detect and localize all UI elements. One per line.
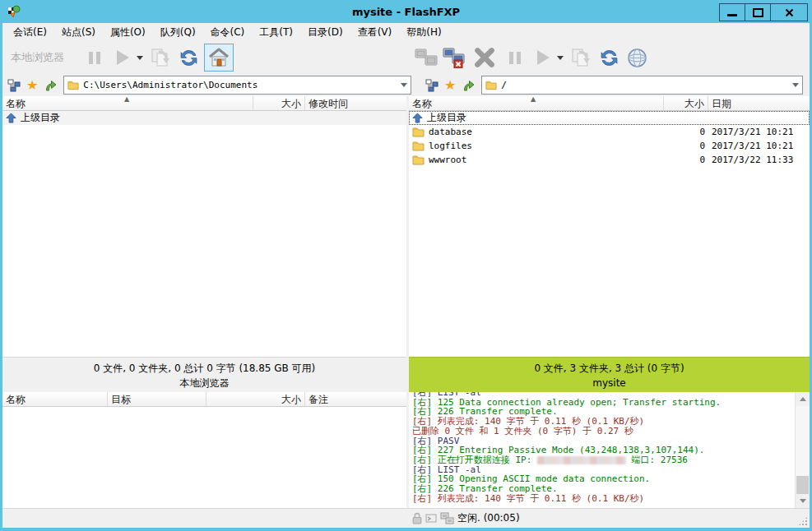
refresh-local-button[interactable] [176, 44, 201, 71]
scroll-down-button[interactable] [796, 494, 810, 508]
minimize-button[interactable] [719, 3, 745, 21]
close-icon [785, 8, 794, 17]
menu-item[interactable]: 会话(E) [6, 23, 54, 41]
queue-body[interactable] [2, 407, 406, 508]
log-scrollbar[interactable] [795, 392, 810, 508]
menu-item[interactable]: 命令(C) [203, 23, 253, 41]
remote-pause-button[interactable] [503, 44, 527, 71]
queue-column-size[interactable]: 大小 [206, 392, 305, 406]
close-button[interactable] [770, 3, 808, 21]
queue-transfer-button[interactable] [148, 44, 173, 71]
file-date: 2017/3/22 11:33 [708, 155, 810, 165]
queue-column-target[interactable]: 目标 [108, 392, 206, 406]
up-directory-icon [412, 113, 423, 123]
log-line: [右] 226 Transfer complete. [412, 484, 795, 494]
folder-icon [412, 155, 425, 165]
up-directory-icon[interactable] [462, 79, 476, 92]
file-name: 上级目录 [427, 111, 466, 125]
column-header-modified[interactable]: 修改时间 [305, 96, 406, 110]
menu-item[interactable]: 站点(S) [54, 23, 103, 41]
local-summary-title: 本地浏览器 [2, 376, 406, 390]
globe-icon [627, 48, 647, 68]
file-row[interactable]: database02017/3/21 10:21 [409, 125, 810, 139]
local-summary-bar: 0 文件, 0 文件夹, 0 总计 0 字节 (18.85 GB 可用) 本地浏… [2, 357, 406, 392]
up-directory-icon[interactable] [44, 79, 58, 92]
tree-view-icon[interactable] [7, 79, 21, 92]
chevron-up-icon [800, 397, 806, 401]
maximize-button[interactable] [745, 3, 771, 21]
favorites-icon[interactable]: ★ [444, 79, 456, 92]
column-header-size[interactable]: 大小 [664, 96, 708, 110]
remote-toolbar [409, 41, 810, 74]
file-row[interactable]: logfiles02017/3/21 10:21 [409, 139, 810, 153]
start-transfer-button[interactable] [110, 44, 135, 71]
refresh-icon [179, 48, 199, 68]
combobox-dropdown-icon[interactable] [401, 83, 407, 87]
remote-start-button[interactable] [531, 44, 555, 71]
log-line: 已删除 0 文件 和 1 文件夹 (0 字节) 于 0.27 秒 [412, 427, 795, 436]
disconnect-button[interactable] [442, 44, 466, 71]
folder-open-icon [67, 80, 79, 90]
favorites-icon[interactable]: ★ [26, 79, 38, 92]
menu-item[interactable]: 查看(V) [350, 23, 400, 41]
transfer-dropdown-icon[interactable] [137, 56, 143, 60]
play-icon [537, 50, 550, 65]
menu-item[interactable]: 工具(T) [252, 23, 300, 41]
local-path-value: C:\Users\Administrator\Documents [83, 80, 401, 90]
parent-directory-row[interactable]: 上级目录 [409, 111, 810, 125]
transfer-dropdown-icon[interactable] [557, 56, 564, 60]
home-directory-button[interactable] [204, 44, 234, 72]
log-line: [右] 正在打开数据连接 IP: 端口: 27536 [412, 455, 795, 465]
local-file-list: ▲ 名称 大小 修改时间 上级目录 [2, 96, 406, 357]
local-toolbar: 本地浏览器 [2, 41, 406, 74]
file-row[interactable]: wwwroot02017/3/22 11:33 [409, 153, 810, 167]
menu-bar: 会话(E)站点(S)属性(O)队列(Q)命令(C)工具(T)目录(D)查看(V)… [2, 23, 810, 41]
queue-column-remark[interactable]: 备注 [305, 392, 406, 406]
file-name: database [429, 127, 472, 137]
window-title: mysite - FlashFXP [0, 6, 812, 18]
transfer-queue-panel: 名称 目标 大小 备注 [2, 392, 406, 508]
queue-header: 名称 目标 大小 备注 [2, 392, 406, 407]
parent-directory-row[interactable]: 上级目录 [2, 111, 406, 125]
pause-icon [509, 52, 521, 64]
pause-button[interactable] [82, 44, 107, 71]
resize-grip-icon[interactable] [798, 516, 808, 526]
scrollbar-thumb[interactable] [796, 476, 809, 494]
connection-status-icon [440, 512, 454, 524]
remote-path-value: / [501, 80, 792, 90]
scrollbar-track[interactable] [796, 406, 810, 494]
scroll-up-button[interactable] [796, 392, 810, 406]
abort-button[interactable] [470, 44, 499, 71]
up-directory-icon [6, 113, 16, 123]
menu-item[interactable]: 帮助(H) [399, 23, 448, 41]
site-manager-button[interactable] [624, 44, 649, 71]
file-size: 0 [664, 155, 708, 165]
column-header-date[interactable]: 日期 [708, 96, 810, 110]
refresh-remote-button[interactable] [596, 44, 621, 71]
connect-icon [415, 48, 438, 67]
column-header-name[interactable]: 名称 [409, 96, 664, 110]
sort-ascending-icon: ▲ [124, 96, 129, 103]
remote-file-list: ▲ 名称 大小 日期 上级目录database02017/3/21 10:21l… [409, 96, 810, 357]
file-date: 2017/3/21 10:21 [708, 127, 810, 137]
folder-icon [412, 127, 425, 137]
column-header-size[interactable]: 大小 [253, 96, 305, 110]
log-line: [右] 列表完成: 140 字节 于 0.11 秒 (0.1 KB/秒) [412, 494, 795, 504]
connect-button[interactable] [414, 44, 438, 71]
remote-path-combobox[interactable]: / [481, 76, 803, 95]
combobox-dropdown-icon[interactable] [792, 83, 799, 87]
home-icon [208, 47, 230, 68]
remote-queue-button[interactable] [568, 44, 593, 71]
maximize-icon [753, 8, 763, 17]
sort-ascending-icon: ▲ [531, 96, 536, 103]
local-path-combobox[interactable]: C:\Users\Administrator\Documents [63, 76, 411, 95]
tree-view-icon[interactable] [425, 79, 438, 92]
menu-item[interactable]: 属性(O) [103, 23, 153, 41]
log-text[interactable]: [右] LIST -al[右] 125 Data connection alre… [409, 392, 795, 508]
menu-item[interactable]: 队列(Q) [153, 23, 203, 41]
transfer-files-icon [150, 47, 171, 68]
redacted-ip [537, 456, 626, 464]
remote-address-bar: ★ / [420, 74, 810, 96]
menu-item[interactable]: 目录(D) [300, 23, 350, 41]
queue-column-name[interactable]: 名称 [2, 392, 108, 406]
